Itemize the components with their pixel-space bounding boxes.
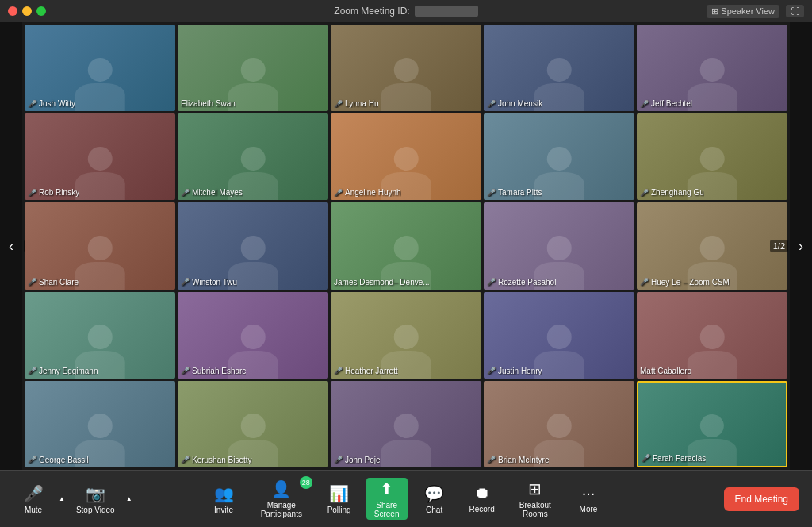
- participant-name-14: 🎤Rozette Pasahol: [487, 278, 556, 287]
- mic-icon-15: 🎤: [640, 278, 649, 286]
- participant-name-18: 🎤Heather Jarrett: [334, 367, 398, 375]
- video-cell-15: 🎤Huey Le – Zoom CSM: [637, 202, 787, 289]
- toolbar-right: End Meeting: [724, 487, 799, 511]
- maximize-button[interactable]: [36, 6, 46, 16]
- participant-name-12: 🎤Winston Twu: [181, 278, 237, 287]
- next-page-arrow[interactable]: ›: [790, 22, 812, 470]
- mute-caret[interactable]: ▲: [57, 492, 67, 506]
- mic-icon-10: 🎤: [640, 189, 649, 197]
- mic-icon-6: 🎤: [28, 189, 36, 197]
- video-cell-7: 🎤Mitchel Mayes: [178, 113, 328, 200]
- name-text-20: Matt Caballero: [640, 367, 691, 375]
- video-cell-16: 🎤Jenny Eggimann: [25, 292, 175, 379]
- name-text-25: Farah Faraclas: [653, 454, 706, 463]
- speaker-view-button[interactable]: ⊞ Speaker View: [707, 5, 779, 18]
- invite-icon: 👥: [214, 484, 234, 503]
- video-caret[interactable]: ▲: [124, 492, 134, 506]
- meeting-label: Zoom Meeting ID:: [334, 6, 409, 17]
- participant-name-1: 🎤Josh Witty: [28, 99, 75, 108]
- manage-participants-button[interactable]: 👤 28 Manage Participants: [251, 476, 312, 521]
- mic-icon-17: 🎤: [181, 367, 190, 375]
- meeting-title: Zoom Meeting ID:: [334, 6, 477, 17]
- more-label: More: [580, 505, 598, 514]
- video-cell-14: 🎤Rozette Pasahol: [484, 202, 634, 289]
- toolbar: 🎤 Mute ▲ 📷 Stop Video ▲ 👥 Invite 👤 28 Ma…: [0, 470, 812, 527]
- participants-icon: 👤: [271, 479, 291, 498]
- video-grid: 🎤Josh WittyElizabeth Swan🎤Lynna Hu🎤John …: [22, 22, 790, 470]
- video-cell-10: 🎤Zhenghang Gu: [637, 113, 787, 200]
- mic-icon-23: 🎤: [334, 456, 343, 464]
- participant-name-13: James Desmond– Denve...: [334, 278, 430, 287]
- mic-icon-7: 🎤: [181, 189, 190, 197]
- video-cell-22: 🎤Kerushan Bisetty: [178, 381, 328, 467]
- participant-name-19: 🎤Justin Henry: [487, 367, 542, 375]
- share-screen-button[interactable]: ⬆ Share Screen: [366, 478, 408, 520]
- video-cell-2: Elizabeth Swan: [178, 25, 328, 111]
- invite-button[interactable]: 👥 Invite: [203, 481, 244, 517]
- mic-icon-4: 🎤: [487, 100, 496, 108]
- video-cell-9: 🎤Tamara Pitts: [484, 113, 634, 200]
- video-cell-19: 🎤Justin Henry: [484, 292, 634, 379]
- speaker-view-label: Speaker View: [721, 6, 775, 16]
- mute-button[interactable]: 🎤 Mute: [13, 481, 54, 517]
- breakout-rooms-button[interactable]: ⊞ Breakout Rooms: [509, 476, 561, 521]
- video-cell-21: 🎤George Bassil: [25, 381, 175, 467]
- participant-count-badge: 28: [300, 476, 312, 489]
- name-text-23: John Poje: [345, 456, 380, 464]
- polling-button[interactable]: 📊 Polling: [319, 481, 360, 517]
- polling-label: Polling: [327, 506, 351, 514]
- name-text-1: Josh Witty: [39, 99, 75, 108]
- name-text-5: Jeff Bechtel: [651, 99, 692, 108]
- close-button[interactable]: [8, 6, 17, 16]
- record-button[interactable]: ⏺ Record: [462, 481, 503, 517]
- page-indicator-right: 1/2: [770, 240, 788, 252]
- name-text-8: Angeline Huynh: [345, 188, 401, 197]
- video-cell-6: 🎤Rob Rinsky: [25, 113, 175, 200]
- name-text-10: Zhenghang Gu: [651, 188, 704, 197]
- mic-icon-8: 🎤: [334, 189, 343, 197]
- mic-icon-5: 🎤: [640, 100, 649, 108]
- video-cell-20: Matt Caballero: [637, 292, 787, 379]
- video-cell-24: 🎤Brian McIntyre: [484, 381, 634, 467]
- chat-icon: 💬: [424, 484, 444, 503]
- mic-icon-11: 🎤: [28, 278, 36, 286]
- participant-name-16: 🎤Jenny Eggimann: [28, 367, 98, 375]
- minimize-button[interactable]: [22, 6, 32, 16]
- participant-name-20: Matt Caballero: [640, 367, 691, 375]
- video-icon: 📷: [86, 484, 105, 503]
- stop-video-button[interactable]: 📷 Stop Video: [70, 481, 121, 517]
- video-cell-17: 🎤Subriah Esharc: [178, 292, 328, 379]
- mic-icon-12: 🎤: [181, 278, 190, 286]
- breakout-icon: ⊞: [528, 479, 542, 498]
- name-text-11: Shari Clare: [39, 278, 79, 287]
- mic-icon-21: 🎤: [28, 456, 36, 464]
- name-text-2: Elizabeth Swan: [181, 99, 236, 108]
- top-controls: ⊞ Speaker View ⛶: [707, 5, 804, 18]
- video-cell-11: 🎤Shari Clare: [25, 202, 175, 289]
- name-text-4: John Mensik: [498, 99, 542, 108]
- video-cell-23: 🎤John Poje: [331, 381, 481, 467]
- mute-icon: 🎤: [24, 484, 44, 503]
- participant-name-6: 🎤Rob Rinsky: [28, 188, 79, 197]
- more-button[interactable]: ··· More: [568, 481, 609, 517]
- video-cell-1: 🎤Josh Witty: [25, 25, 175, 111]
- fullscreen-button[interactable]: ⛶: [786, 5, 804, 17]
- participant-name-21: 🎤George Bassil: [28, 456, 89, 464]
- invite-label: Invite: [214, 506, 233, 514]
- mic-icon-16: 🎤: [28, 367, 36, 375]
- stop-video-label: Stop Video: [76, 506, 115, 514]
- participant-name-9: 🎤Tamara Pitts: [487, 188, 542, 197]
- participant-name-10: 🎤Zhenghang Gu: [640, 188, 704, 197]
- name-text-9: Tamara Pitts: [498, 188, 542, 197]
- chat-button[interactable]: 💬 Chat: [414, 481, 455, 517]
- prev-page-arrow[interactable]: ‹: [0, 22, 22, 470]
- toolbar-center: 👥 Invite 👤 28 Manage Participants 📊 Poll…: [203, 476, 609, 521]
- participant-name-5: 🎤Jeff Bechtel: [640, 99, 692, 108]
- participant-name-8: 🎤Angeline Huynh: [334, 188, 401, 197]
- fullscreen-icon: ⛶: [791, 6, 799, 16]
- mic-icon-14: 🎤: [487, 278, 496, 286]
- video-cell-8: 🎤Angeline Huynh: [331, 113, 481, 200]
- end-meeting-button[interactable]: End Meeting: [724, 487, 799, 511]
- participant-name-23: 🎤John Poje: [334, 456, 380, 464]
- participant-name-7: 🎤Mitchel Mayes: [181, 188, 243, 197]
